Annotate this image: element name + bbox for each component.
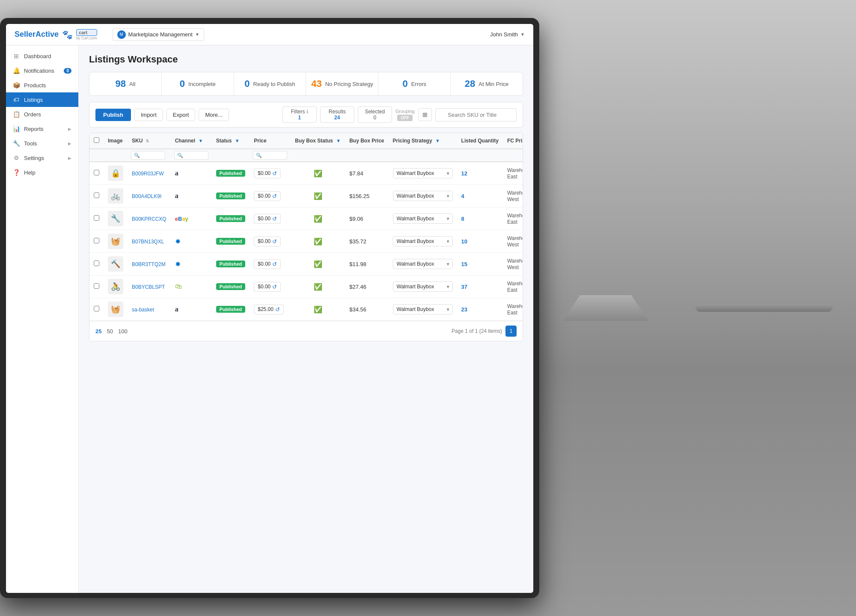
sidebar-item-notifications[interactable]: 🔔 Notifications 0 [6, 63, 78, 78]
sku-link-5[interactable]: B0BYCBLSPT [132, 284, 165, 290]
row-sku-3[interactable]: B07BN13QXL [128, 230, 171, 253]
strategy-wrapper-4: Walmart Buybox Cost Plus Fixed Price Com… [393, 259, 453, 269]
row-pricing-5[interactable]: Walmart Buybox Cost Plus Fixed Price Com… [389, 275, 457, 298]
price-value-6: $25.00 [258, 306, 273, 312]
row-checkbox-3[interactable] [94, 238, 99, 243]
stat-no-pricing[interactable]: 43 No Pricing Strategy [306, 72, 378, 95]
strategy-select-6[interactable]: Walmart Buybox Cost Plus Fixed Price Com… [393, 304, 453, 314]
more-button[interactable]: More... [199, 109, 229, 121]
per-page-100[interactable]: 100 [118, 328, 128, 335]
per-page-25[interactable]: 25 [95, 328, 101, 335]
row-price-2[interactable]: $0.00 ↺ [250, 207, 291, 230]
sku-link-6[interactable]: sa-basket [132, 307, 154, 313]
row-pricing-1[interactable]: Walmart Buybox Cost Plus Fixed Price Com… [389, 185, 457, 207]
col-header-channel[interactable]: Channel ▼ [171, 133, 212, 149]
sidebar-item-tools[interactable]: 🔧 Tools ▶ [6, 136, 78, 151]
row-pricing-3[interactable]: Walmart Buybox Cost Plus Fixed Price Com… [389, 230, 457, 253]
row-sku-4[interactable]: B0BR3TTQ2M [128, 253, 171, 275]
price-reset-icon-5[interactable]: ↺ [272, 284, 277, 290]
stat-at-min[interactable]: 28 At Min Price [451, 72, 523, 95]
price-reset-icon-1[interactable]: ↺ [272, 193, 277, 199]
row-price-0[interactable]: $0.00 ↺ [250, 162, 291, 185]
strategy-select-3[interactable]: Walmart Buybox Cost Plus Fixed Price Com… [393, 236, 453, 246]
row-price-6[interactable]: $25.00 ↺ [250, 298, 291, 321]
row-checkbox-1[interactable] [94, 192, 99, 198]
row-checkbox-2[interactable] [94, 215, 99, 221]
search-input[interactable] [435, 108, 517, 121]
row-sku-1[interactable]: B00A4DLK9I [128, 185, 171, 207]
grouping-toggle[interactable]: OFF [397, 115, 413, 121]
row-checkbox-cell[interactable] [89, 298, 104, 321]
sidebar-item-reports[interactable]: 📊 Reports ▶ [6, 121, 78, 136]
status-badge-1: Published [216, 192, 246, 199]
row-sku-0[interactable]: B009R03JFW [128, 162, 171, 185]
sku-link-3[interactable]: B07BN13QXL [132, 239, 164, 245]
col-header-pricing[interactable]: Pricing Strategy ▼ [389, 133, 457, 149]
columns-button[interactable]: ⊞ [418, 108, 432, 121]
row-pricing-2[interactable]: Walmart Buybox Cost Plus Fixed Price Com… [389, 207, 457, 230]
price-reset-icon-4[interactable]: ↺ [272, 261, 277, 267]
row-sku-5[interactable]: B0BYCBLSPT [128, 275, 171, 298]
price-reset-icon-3[interactable]: ↺ [272, 238, 277, 245]
price-reset-icon-0[interactable]: ↺ [272, 170, 277, 177]
price-reset-icon-6[interactable]: ↺ [275, 306, 280, 313]
shopify-icon: 🛍 [175, 283, 182, 290]
per-page-50[interactable]: 50 [107, 328, 113, 335]
price-search-input[interactable] [253, 151, 287, 160]
sidebar-item-products[interactable]: 📦 Products [6, 78, 78, 92]
row-sku-2[interactable]: B00KPRCCXQ [128, 207, 171, 230]
row-checkbox-cell[interactable] [89, 230, 104, 253]
strategy-select-0[interactable]: Walmart Buybox Cost Plus Fixed Price Com… [393, 168, 453, 178]
import-button[interactable]: Import [134, 109, 163, 121]
grouping-box[interactable]: Grouping OFF [395, 109, 415, 121]
row-checkbox-cell[interactable] [89, 253, 104, 275]
row-checkbox-4[interactable] [94, 261, 99, 266]
sku-link-0[interactable]: B009R03JFW [132, 171, 164, 177]
col-header-sku[interactable]: SKU ⇅ [128, 133, 171, 149]
export-button[interactable]: Export [166, 109, 196, 121]
sku-link-1[interactable]: B00A4DLK9I [132, 193, 161, 199]
strategy-select-1[interactable]: Walmart Buybox Cost Plus Fixed Price Com… [393, 191, 453, 201]
publish-button[interactable]: Publish [95, 109, 131, 121]
row-fc-priority-0: Warehouse East [503, 162, 523, 185]
stat-ready[interactable]: 0 Ready to Publish [234, 72, 306, 95]
stat-all[interactable]: 98 All [89, 72, 162, 95]
row-sku-6[interactable]: sa-basket [128, 298, 171, 321]
sku-search-input[interactable] [131, 151, 165, 160]
row-pricing-6[interactable]: Walmart Buybox Cost Plus Fixed Price Com… [389, 298, 457, 321]
strategy-select-4[interactable]: Walmart Buybox Cost Plus Fixed Price Com… [393, 259, 453, 269]
marketplace-selector[interactable]: M Marketplace Management ▼ [113, 28, 204, 41]
stat-errors[interactable]: 0 Errors [378, 72, 451, 95]
sidebar-item-listings[interactable]: 🏷 Listings [6, 92, 78, 107]
sidebar-item-help[interactable]: ❓ Help [6, 165, 78, 180]
row-checkbox-cell[interactable] [89, 185, 104, 207]
row-price-1[interactable]: $0.00 ↺ [250, 185, 291, 207]
row-price-5[interactable]: $0.00 ↺ [250, 275, 291, 298]
strategy-select-5[interactable]: Walmart Buybox Cost Plus Fixed Price Com… [393, 281, 453, 292]
sidebar-item-dashboard[interactable]: ⊞ Dashboard [6, 49, 78, 63]
stat-incomplete[interactable]: 0 Incomplete [162, 72, 234, 95]
row-checkbox-cell[interactable] [89, 275, 104, 298]
sidebar-item-settings[interactable]: ⚙ Settings ▶ [6, 151, 78, 165]
sku-link-4[interactable]: B0BR3TTQ2M [132, 261, 166, 267]
channel-search-input[interactable] [174, 151, 208, 160]
row-checkbox-6[interactable] [94, 306, 99, 311]
col-header-status[interactable]: Status ▼ [212, 133, 250, 149]
select-all-header[interactable] [89, 133, 104, 149]
row-checkbox-0[interactable] [94, 170, 99, 175]
page-1-button[interactable]: 1 [505, 326, 517, 337]
row-checkbox-cell[interactable] [89, 162, 104, 185]
row-pricing-0[interactable]: Walmart Buybox Cost Plus Fixed Price Com… [389, 162, 457, 185]
sidebar-item-orders[interactable]: 📋 Orders [6, 107, 78, 121]
row-price-4[interactable]: $0.00 ↺ [250, 253, 291, 275]
row-price-3[interactable]: $0.00 ↺ [250, 230, 291, 253]
col-header-buybox-status[interactable]: Buy Box Status ▼ [291, 133, 345, 149]
strategy-select-2[interactable]: Walmart Buybox Cost Plus Fixed Price Com… [393, 213, 453, 224]
row-pricing-4[interactable]: Walmart Buybox Cost Plus Fixed Price Com… [389, 253, 457, 275]
row-checkbox-cell[interactable] [89, 207, 104, 230]
row-checkbox-5[interactable] [94, 283, 99, 289]
sku-link-2[interactable]: B00KPRCCXQ [132, 216, 166, 222]
price-reset-icon-2[interactable]: ↺ [272, 216, 277, 222]
select-all-checkbox[interactable] [94, 137, 99, 143]
filters-box[interactable]: Filters ℹ 1 [282, 107, 317, 123]
